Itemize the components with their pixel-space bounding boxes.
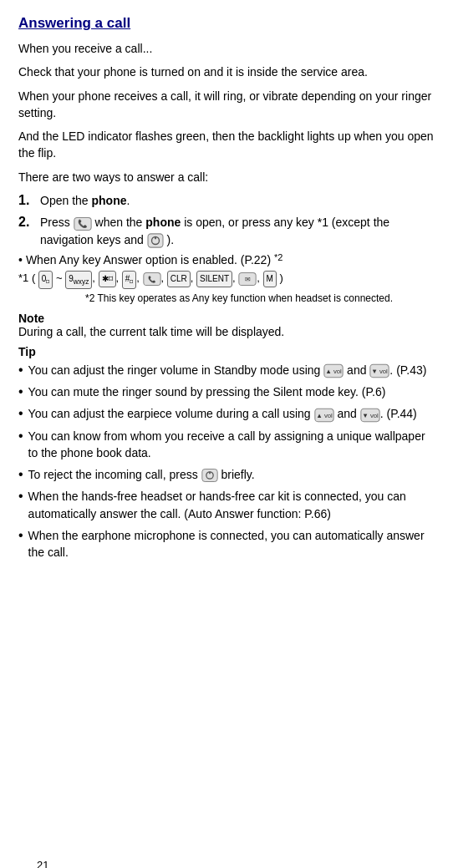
page-number: 21 [37,859,48,868]
any-key-text: When Any key Answer option is enabled. (… [26,253,282,266]
para-2: Check that your phone is turned on and i… [18,63,435,80]
key-0: 0⌑ [38,271,53,289]
tip-bullet-list: You can adjust the ringer volume in Stan… [18,362,435,561]
tip-bullet-5-text: To reject the incoming call, press brief… [28,466,255,483]
any-key-bullet: • When Any key Answer option is enabled.… [18,253,435,266]
vol-up-icon: ▲ vol [323,363,344,378]
tip-bullet-5: To reject the incoming call, press brief… [18,466,435,483]
svg-rect-17 [201,470,216,482]
svg-rect-2 [148,234,163,247]
tip-bullet-1-text: You can adjust the ringer volume in Stan… [28,362,427,378]
tip-bullet-2-text: You can mute the ringer sound by pressin… [28,383,386,400]
tip-bullet-4-text: You can know from whom you receive a cal… [28,428,435,462]
svg-text:📞: 📞 [148,275,156,283]
note-label: Note [18,312,44,325]
star1-msg-icon: ✉ [238,272,257,287]
step-2-num: 2. [18,214,40,230]
tip-bullet-7-text: When the earphone microphone is connecte… [28,527,435,561]
tip-section: Tip You can adjust the ringer volume in … [18,345,435,561]
step-1: 1. Open the phone. [18,192,435,209]
svg-text:▲ vol: ▲ vol [325,368,342,375]
tip-bullet-6: When the hands-free headset or hands-fre… [18,488,435,522]
power-key-icon [147,233,164,248]
vol-down-icon: ▼ vol [369,363,389,378]
step-1-num: 1. [18,192,40,208]
any-key-bullet-dot: • [18,253,23,266]
para-5: There are two ways to answer a call: [18,169,435,185]
note-text: During a call, the current talk time wil… [18,325,284,338]
tip-bullet-3-text: You can adjust the earpiece volume durin… [28,405,417,422]
tip-bullet-1: You can adjust the ringer volume in Stan… [18,362,435,378]
tip-bullet-6-text: When the hands-free headset or hands-fre… [28,488,435,522]
step-2: 2. Press 📞 when the phone is open, or pr… [18,214,435,248]
key-hash: #⌑ [122,271,137,289]
star2-sup: *2 [274,252,282,262]
step-2-phone-bold: phone [145,216,181,229]
send-key-icon: 📞 [74,216,92,231]
star1-send-icon: 📞 [143,272,161,287]
vol-down-icon-2: ▼ vol [360,408,380,423]
key-m: M [263,271,277,287]
key-star: ✱⌑ [99,271,116,287]
star2-note-text: *2 This key operates as Any key function… [85,292,393,304]
svg-text:✉: ✉ [245,276,251,283]
para-1: When you receive a call... [18,40,435,57]
note-section: Note During a call, the current talk tim… [18,312,435,338]
star1-row: *1 ( 0⌑ ~ 9wxyz, ✱⌑, #⌑, 📞 , CLR, SILENT… [18,270,435,289]
key-clr: CLR [167,271,191,287]
para-4: And the LED indicator flashes green, the… [18,128,435,162]
step-2-body: Press 📞 when the phone is open, or press… [40,214,435,248]
vol-up-icon-2: ▲ vol [314,408,334,423]
tip-bullet-2: You can mute the ringer sound by pressin… [18,383,435,400]
reject-key-icon [201,468,218,483]
star2-note-area: *2 This key operates as Any key function… [85,291,435,306]
page-title: Answering a call [18,15,435,32]
svg-text:📞: 📞 [78,219,88,229]
tip-label: Tip [18,345,435,358]
svg-text:▲ vol: ▲ vol [316,412,333,419]
tip-bullet-4: You can know from whom you receive a cal… [18,428,435,462]
tip-bullet-3: You can adjust the earpiece volume durin… [18,405,435,422]
tip-bullet-7: When the earphone microphone is connecte… [18,527,435,561]
svg-text:▼ vol: ▼ vol [362,412,379,419]
page-container: Answering a call When you receive a call… [18,15,435,868]
step-1-body: Open the phone. [40,192,435,209]
svg-text:▼ vol: ▼ vol [372,368,389,375]
key-silent: SILENT [196,271,232,287]
step-1-phone-bold: phone [92,194,127,207]
key-9: 9wxyz [65,271,92,289]
para-3: When your phone receives a call, it will… [18,88,435,122]
steps-area: 1. Open the phone. 2. Press 📞 when the p… [18,192,435,248]
